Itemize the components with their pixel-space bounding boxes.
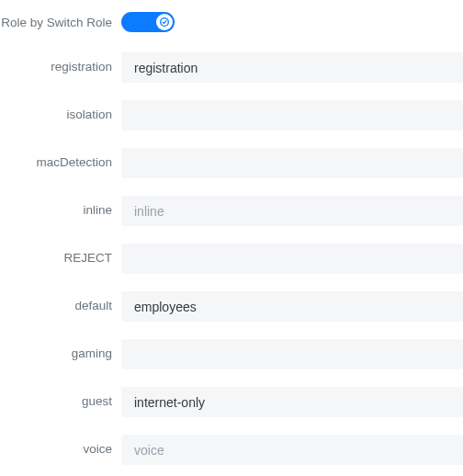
default-field [121,291,463,322]
row-guest: guest [0,387,463,417]
row-switch-role: Role by Switch Role [0,12,463,35]
macdetection-input[interactable] [121,148,463,178]
row-default: default [0,291,463,322]
row-inline: inline [0,196,463,226]
role-mapping-form: Role by Switch Role registration isolati… [0,0,463,465]
guest-label: guest [0,394,121,409]
reject-field [121,244,463,274]
registration-label: registration [0,60,121,74]
row-gaming: gaming [0,339,463,369]
macdetection-label: macDetection [0,155,121,170]
voice-input[interactable] [121,435,463,465]
isolation-input[interactable] [121,100,463,130]
registration-field [121,52,463,83]
isolation-label: isolation [0,108,121,122]
row-macdetection: macDetection [0,148,463,178]
voice-field [121,435,463,465]
switch-knob [156,14,173,30]
row-registration: registration [0,52,463,83]
gaming-label: gaming [0,346,121,361]
guest-field [121,387,463,417]
inline-label: inline [0,203,121,218]
check-icon [160,17,169,27]
registration-input[interactable] [121,52,463,83]
default-label: default [0,299,121,313]
gaming-input[interactable] [121,339,463,369]
gaming-field [121,339,463,369]
row-voice: voice [0,435,463,465]
default-input[interactable] [121,291,463,322]
row-reject: REJECT [0,244,463,274]
guest-input[interactable] [121,387,463,417]
voice-label: voice [0,442,121,457]
isolation-field [121,100,463,130]
switch-role-field [121,12,463,35]
switch-role-label: Role by Switch Role [0,16,121,30]
inline-input[interactable] [121,196,463,226]
reject-label: REJECT [0,251,121,266]
row-isolation: isolation [0,100,463,130]
inline-field [121,196,463,226]
switch-role-toggle[interactable] [121,12,175,32]
reject-input[interactable] [121,244,463,274]
macdetection-field [121,148,463,178]
